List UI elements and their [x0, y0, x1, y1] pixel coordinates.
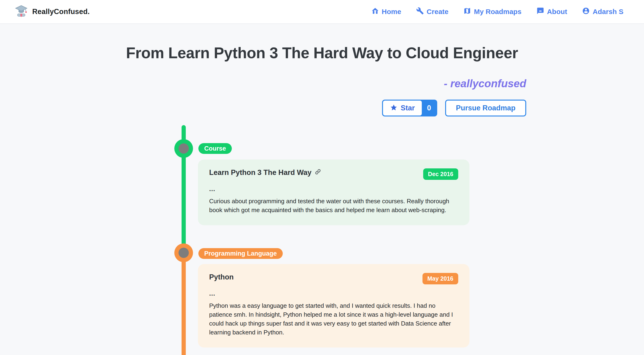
brand-name: ReallyConfused. [32, 8, 90, 16]
card-ellipsis: ... [209, 291, 458, 296]
home-icon [371, 7, 379, 16]
star-icon [390, 104, 398, 112]
timeline-node-course [174, 139, 193, 158]
star-button-main[interactable]: Star [383, 101, 422, 116]
nav-item-label: Create [427, 8, 448, 16]
timeline-card-python: Python May 2016 ... Python was a easy la… [198, 264, 470, 347]
card-header: Learn Python 3 The Hard Way Dec 2016 [209, 168, 458, 180]
nav-item-label: Home [382, 8, 401, 16]
hero-meta: - reallyconfused Star 0 Pursue Roadmap [382, 77, 526, 117]
timeline-line-orange [182, 253, 186, 355]
timeline-card-course: Learn Python 3 The Hard Way Dec 2016 ...… [198, 160, 470, 225]
map-icon [463, 7, 471, 16]
card-title-text: Python [209, 273, 234, 281]
brand[interactable]: ReallyConfused. [14, 5, 90, 19]
nav-item-my-roadmaps[interactable]: My Roadmaps [463, 7, 521, 16]
graduation-cap-logo-icon [14, 5, 28, 19]
nav-item-home[interactable]: Home [371, 7, 401, 16]
chat-bubble-icon [536, 7, 544, 16]
navbar: ReallyConfused. Home Create My Ro [0, 0, 644, 24]
nav-item-label: About [547, 8, 567, 16]
nav-item-label: My Roadmaps [474, 8, 521, 16]
wrench-icon [416, 7, 424, 16]
star-button[interactable]: Star 0 [382, 100, 437, 117]
star-count-badge[interactable]: 0 [422, 101, 436, 116]
card-title: Python [209, 273, 234, 281]
page-title: From Learn Python 3 The Hard Way to Clou… [0, 44, 644, 62]
action-buttons: Star 0 Pursue Roadmap [382, 100, 526, 117]
category-badge: Programming Language [198, 248, 283, 259]
star-button-label: Star [401, 104, 415, 112]
timeline-node-dot [178, 143, 189, 154]
timeline-node-dot [178, 248, 189, 258]
nav-item-about[interactable]: About [536, 7, 567, 16]
timeline-node-programming-language [174, 243, 193, 262]
card-ellipsis: ... [209, 187, 458, 191]
author-name: - reallyconfused [444, 77, 526, 90]
user-circle-icon [582, 7, 590, 16]
date-badge: May 2016 [422, 273, 458, 284]
pursue-roadmap-label: Pursue Roadmap [456, 104, 516, 112]
nav-item-create[interactable]: Create [416, 7, 448, 16]
card-description: Python was a easy language to get starte… [209, 301, 458, 337]
roadmap-page: ReallyConfused. Home Create My Ro [0, 0, 644, 355]
nav-item-user[interactable]: Adarsh S [582, 7, 624, 16]
pursue-roadmap-button[interactable]: Pursue Roadmap [445, 100, 526, 117]
card-description: Curious about programming and tested the… [209, 197, 458, 214]
card-title-text: Learn Python 3 The Hard Way [209, 168, 312, 177]
card-header: Python May 2016 [209, 273, 458, 284]
category-badge: Course [198, 143, 232, 154]
date-badge: Dec 2016 [423, 168, 458, 180]
nav-links: Home Create My Roadmaps About [371, 7, 624, 16]
nav-item-label: Adarsh S [592, 8, 624, 16]
card-title: Learn Python 3 The Hard Way [209, 168, 321, 177]
link-icon[interactable] [315, 168, 321, 177]
